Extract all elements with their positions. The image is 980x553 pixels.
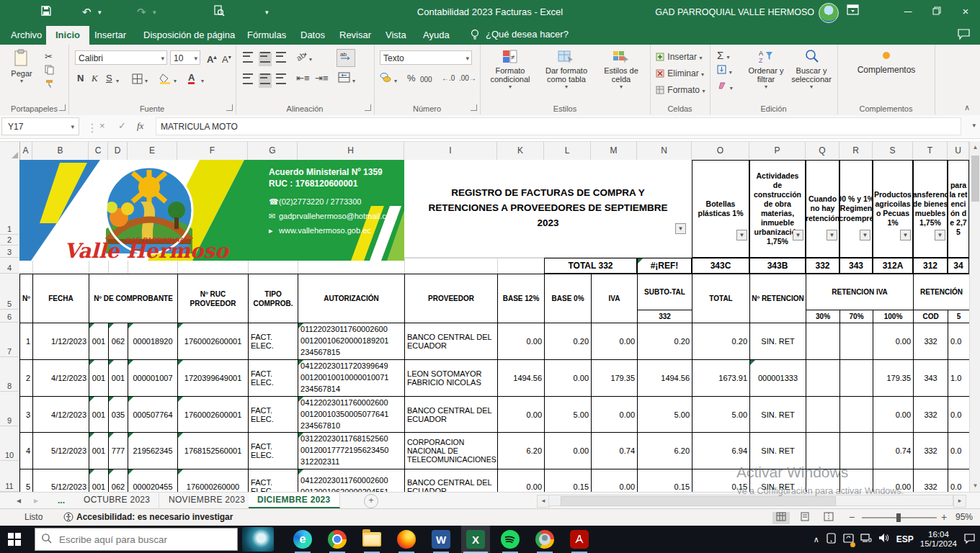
header-tipo[interactable]: TIPO COMPROB. — [249, 274, 298, 323]
formula-input[interactable]: MATRICULA MOTO — [156, 117, 961, 135]
cell[interactable] — [840, 469, 873, 492]
merge-dropdown-icon[interactable]: ▾ — [352, 75, 355, 88]
normal-view-icon[interactable] — [772, 512, 790, 524]
cell[interactable]: 001 — [89, 323, 109, 360]
header-num[interactable]: Nº — [20, 274, 33, 323]
header-botellas[interactable]: Botellas plásticas 1% ▼ — [692, 160, 749, 258]
cell[interactable] — [806, 359, 840, 396]
cell[interactable]: 0.00 — [498, 323, 545, 360]
zoom-in-icon[interactable]: + — [941, 511, 947, 523]
cell[interactable]: CORPORACION NACIONAL DE TELECOMUNICACION… — [405, 433, 498, 469]
cell[interactable]: SIN. RET — [750, 469, 806, 492]
row-2[interactable]: 2 — [0, 235, 19, 246]
comma-style-button[interactable]: 000 — [420, 73, 432, 86]
page-layout-view-icon[interactable] — [796, 512, 814, 524]
col-G[interactable]: G — [248, 142, 298, 160]
restore-button[interactable] — [922, 0, 951, 23]
tab-revisar[interactable]: Revisar — [330, 26, 380, 45]
cell[interactable]: 0.00 — [592, 469, 638, 492]
search-input[interactable] — [58, 534, 237, 546]
tray-expand-icon[interactable]: ∧ — [814, 535, 819, 544]
col-F[interactable]: F — [177, 142, 248, 160]
cell[interactable]: 0.0 — [948, 396, 969, 433]
cell[interactable]: 1 — [20, 323, 33, 360]
align-center-icon[interactable] — [259, 73, 272, 88]
cell[interactable]: 062 — [109, 469, 128, 492]
search-highlight-image[interactable] — [241, 526, 275, 553]
ribbon-display-options-icon[interactable] — [847, 4, 859, 19]
header-autorizacion[interactable]: AUTORIZACIÓN — [298, 274, 405, 323]
start-button[interactable] — [0, 526, 29, 553]
sheet-prev-icon[interactable]: ◂ — [12, 493, 26, 508]
header-fecha[interactable]: FECHA — [33, 274, 89, 323]
tab-ayuda[interactable]: Ayuda — [414, 26, 459, 45]
header-comprobante[interactable]: Nº DE COMPROBANTE — [89, 274, 178, 323]
font-size-select[interactable]: 10▾ — [170, 50, 200, 65]
col-L[interactable]: L — [544, 142, 591, 160]
cell[interactable]: 5.00 — [545, 396, 592, 433]
cell[interactable]: 0.00 — [498, 396, 545, 433]
sort-filter-button[interactable]: AZ Ordenar y filtrar ▾ — [744, 49, 788, 90]
cell[interactable]: 1673.91 — [692, 359, 750, 396]
filter-dropdown-icon[interactable]: ▼ — [736, 230, 747, 240]
orientation-dropdown-icon[interactable]: ▾ — [309, 53, 312, 66]
cell[interactable]: 035 — [109, 396, 128, 433]
cell[interactable]: 2 — [20, 359, 33, 396]
clipboard-dialog-launcher[interactable] — [59, 104, 66, 111]
taskbar-search[interactable] — [35, 528, 238, 551]
underline-dropdown-icon[interactable]: ▾ — [116, 75, 119, 88]
cell[interactable]: 0.20 — [545, 323, 592, 360]
cell[interactable]: 5.00 — [692, 396, 750, 433]
accounting-format-icon[interactable] — [380, 72, 392, 86]
col-U[interactable]: U — [948, 142, 969, 160]
header-subtotal-code[interactable]: 332 — [638, 310, 692, 323]
autosum-icon[interactable]: Σ ▾ — [717, 49, 729, 64]
col-B[interactable]: B — [32, 142, 89, 160]
filter-dropdown-icon[interactable]: ▼ — [900, 230, 911, 240]
delete-cells-button[interactable]: Eliminar ▾ — [656, 67, 704, 81]
tray-volume-icon[interactable] — [878, 533, 890, 546]
tab-disposicion[interactable]: Disposición de página — [134, 26, 244, 45]
cell[interactable]: 0.00 — [545, 359, 592, 396]
decrease-decimal-icon[interactable]: .00→ — [459, 72, 476, 85]
tray-tablet-icon[interactable] — [826, 533, 837, 547]
cell-ref-error[interactable]: #¡REF! — [637, 258, 692, 274]
col-S[interactable]: S — [873, 142, 913, 160]
cell[interactable]: 001 — [89, 433, 109, 469]
cell[interactable] — [806, 469, 840, 492]
col-O[interactable]: O — [692, 142, 749, 160]
header-retencion-275[interactable]: para la retención de 2,75 — [948, 160, 969, 258]
cell-styles-button[interactable]: Estilos de celda ▾ — [597, 49, 646, 90]
row-5[interactable]: 5 — [0, 274, 19, 310]
tray-update-icon[interactable] — [843, 533, 854, 547]
header-ruc[interactable]: Nº RUC PROVEEDOR — [178, 274, 249, 323]
cell[interactable] — [840, 433, 873, 469]
minimize-button[interactable]: ─ — [894, 0, 922, 23]
cell[interactable]: 000001007 — [128, 359, 178, 396]
account-avatar[interactable] — [819, 3, 839, 23]
cell[interactable]: FACT. ELEC. — [249, 396, 298, 433]
cell[interactable]: 332 — [914, 323, 948, 360]
name-box[interactable]: Y17 ▾ — [1, 117, 79, 135]
cell[interactable]: 176000260000 — [178, 469, 249, 492]
cut-icon[interactable]: ✂ — [45, 50, 53, 63]
cell[interactable]: 0.20 — [638, 323, 692, 360]
cell-code-343B[interactable]: 343B — [749, 258, 806, 274]
col-N[interactable]: N — [637, 142, 692, 160]
header-sin-retencion[interactable]: Cuando no hay retención ▼ — [806, 160, 839, 258]
horizontal-scroll-thumb[interactable] — [561, 496, 836, 506]
header-retencion[interactable]: RETENCIÓN — [914, 274, 969, 310]
cell[interactable]: 0.00 — [592, 323, 638, 360]
cell[interactable]: 3 — [20, 396, 33, 433]
copy-icon[interactable] — [45, 65, 54, 78]
header-num-retencion[interactable]: Nº RETENCION — [750, 274, 806, 323]
cell[interactable]: 1494.56 — [638, 359, 692, 396]
cell[interactable]: 04122023011760002600 0012001062000020455… — [298, 469, 405, 492]
col-E[interactable]: E — [128, 142, 177, 160]
cell-code-332[interactable]: 332 — [806, 258, 839, 274]
header-pct[interactable]: 5 — [948, 310, 969, 323]
row-7[interactable]: 7 — [0, 323, 19, 357]
row-1[interactable]: 1 — [0, 160, 19, 235]
format-painter-icon[interactable] — [45, 79, 54, 92]
cell[interactable]: 0.00 — [498, 469, 545, 492]
